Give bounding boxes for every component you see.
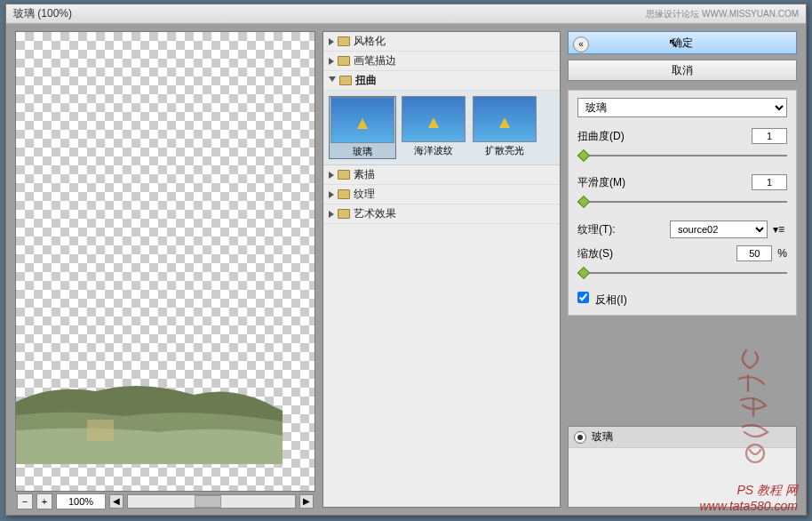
thumb-label: 扩散亮光 bbox=[485, 145, 524, 156]
preview-panel: − + ◀ ▶ bbox=[6, 24, 319, 515]
collapse-tree-button[interactable]: « bbox=[573, 36, 589, 52]
category-label: 艺术效果 bbox=[354, 206, 396, 221]
triangle-icon bbox=[329, 58, 334, 65]
scroll-left-button[interactable]: ◀ bbox=[109, 494, 123, 509]
category-artistic[interactable]: 艺术效果 bbox=[323, 204, 560, 224]
scale-row: 缩放(S) % bbox=[577, 245, 787, 261]
folder-icon bbox=[338, 170, 350, 180]
thumb-ocean-ripple[interactable]: 海洋波纹 bbox=[400, 96, 467, 159]
boat-icon bbox=[428, 117, 439, 128]
category-stylize[interactable]: 风格化 bbox=[323, 32, 560, 52]
triangle-icon bbox=[329, 172, 334, 179]
smoothness-label: 平滑度(M) bbox=[577, 175, 746, 190]
distortion-field[interactable] bbox=[752, 128, 787, 144]
ok-button[interactable]: 确定↖ bbox=[568, 31, 797, 54]
invert-row: 反相(I) bbox=[577, 292, 787, 308]
triangle-down-icon bbox=[329, 76, 336, 85]
zoom-out-button[interactable]: − bbox=[17, 493, 33, 509]
category-distort[interactable]: 扭曲 bbox=[323, 71, 560, 91]
titlebar: 玻璃 (100%) 思缘设计论坛 WWW.MISSYUAN.COM bbox=[6, 4, 806, 24]
folder-icon bbox=[338, 56, 350, 66]
thumb-label: 玻璃 bbox=[353, 146, 372, 156]
triangle-icon bbox=[329, 191, 334, 198]
invert-checkbox[interactable] bbox=[577, 292, 589, 303]
settings-panel: 确定↖ 取消 玻璃 扭曲度(D) 平滑度(M) 纹理(T): source02 bbox=[564, 24, 806, 515]
folder-icon bbox=[338, 189, 350, 199]
effect-layers-panel: 玻璃 bbox=[568, 426, 797, 508]
category-label: 扭曲 bbox=[355, 73, 377, 88]
slider-thumb[interactable] bbox=[577, 196, 590, 208]
filter-settings: 玻璃 扭曲度(D) 平滑度(M) 纹理(T): source02 ▾≡ bbox=[568, 90, 797, 316]
thumb-image bbox=[473, 96, 537, 142]
category-label: 画笔描边 bbox=[354, 53, 396, 68]
category-texture[interactable]: 纹理 bbox=[323, 185, 560, 204]
scrollbar-thumb[interactable] bbox=[195, 495, 221, 508]
visibility-eye-icon[interactable] bbox=[574, 431, 586, 444]
category-label: 纹理 bbox=[354, 187, 375, 202]
scale-slider[interactable] bbox=[577, 267, 787, 279]
smoothness-slider[interactable] bbox=[577, 196, 787, 208]
zoom-in-button[interactable]: + bbox=[36, 493, 52, 509]
category-brush-strokes[interactable]: 画笔描边 bbox=[323, 52, 560, 71]
thumb-image bbox=[402, 96, 466, 142]
distortion-label: 扭曲度(D) bbox=[577, 129, 746, 144]
layer-name: 玻璃 bbox=[592, 429, 613, 445]
thumb-image bbox=[330, 97, 394, 143]
triangle-icon bbox=[329, 38, 334, 45]
preview-canvas[interactable] bbox=[15, 31, 315, 492]
texture-select[interactable]: source02 bbox=[670, 220, 768, 238]
texture-row: 纹理(T): source02 ▾≡ bbox=[577, 220, 787, 238]
thumb-glass[interactable]: 玻璃 bbox=[329, 96, 396, 159]
filter-tree: 风格化 画笔描边 扭曲 玻璃 海洋波纹 扩散亮光 素描 纹理 艺术效果 bbox=[322, 31, 561, 508]
scroll-right-button[interactable]: ▶ bbox=[299, 494, 314, 509]
texture-label: 纹理(T): bbox=[577, 222, 665, 237]
thumb-diffuse-glow[interactable]: 扩散亮光 bbox=[471, 96, 538, 159]
preview-image-content bbox=[16, 375, 283, 464]
folder-icon bbox=[338, 209, 350, 219]
cancel-button[interactable]: 取消 bbox=[568, 60, 797, 81]
category-sketch[interactable]: 素描 bbox=[323, 165, 560, 185]
category-label: 素描 bbox=[354, 167, 375, 182]
scale-field[interactable] bbox=[736, 245, 772, 261]
thumbnail-row: 玻璃 海洋波纹 扩散亮光 bbox=[323, 91, 560, 165]
thumb-label: 海洋波纹 bbox=[414, 145, 453, 156]
scale-unit: % bbox=[777, 247, 787, 260]
slider-thumb[interactable] bbox=[577, 149, 590, 162]
window-title: 玻璃 (100%) bbox=[13, 6, 72, 21]
zoom-bar: − + ◀ ▶ bbox=[15, 492, 315, 511]
svg-rect-0 bbox=[87, 420, 114, 441]
titlebar-watermark: 思缘设计论坛 WWW.MISSYUAN.COM bbox=[646, 8, 799, 20]
distortion-slider[interactable] bbox=[577, 149, 787, 162]
scale-label: 缩放(S) bbox=[577, 246, 731, 261]
layer-row[interactable]: 玻璃 bbox=[569, 427, 796, 448]
zoom-field[interactable] bbox=[56, 493, 106, 509]
texture-flyout-icon[interactable]: ▾≡ bbox=[773, 223, 787, 236]
boat-icon bbox=[499, 117, 510, 128]
horizontal-scrollbar[interactable] bbox=[127, 494, 296, 509]
boat-icon bbox=[357, 118, 368, 129]
slider-thumb[interactable] bbox=[577, 267, 590, 279]
filter-gallery-window: 玻璃 (100%) 思缘设计论坛 WWW.MISSYUAN.COM − + ◀ bbox=[5, 4, 807, 516]
folder-icon bbox=[338, 36, 350, 46]
folder-icon bbox=[339, 76, 352, 85]
filter-tree-panel: 风格化 画笔描边 扭曲 玻璃 海洋波纹 扩散亮光 素描 纹理 艺术效果 bbox=[319, 24, 564, 515]
distortion-row: 扭曲度(D) bbox=[577, 128, 787, 144]
category-label: 风格化 bbox=[354, 34, 386, 49]
smoothness-field[interactable] bbox=[752, 174, 787, 190]
invert-label: 反相(I) bbox=[595, 293, 626, 306]
filter-select[interactable]: 玻璃 bbox=[577, 98, 787, 117]
smoothness-row: 平滑度(M) bbox=[577, 174, 787, 190]
triangle-icon bbox=[329, 211, 334, 218]
ok-label: 确定 bbox=[672, 36, 693, 49]
